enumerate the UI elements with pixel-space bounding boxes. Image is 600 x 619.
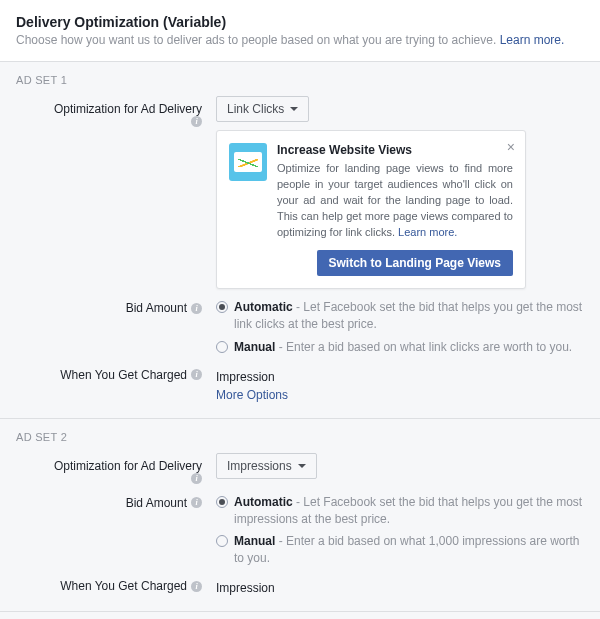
panel-title: Delivery Optimization (Variable) — [16, 14, 584, 30]
optimization-dropdown[interactable]: Impressions — [216, 453, 317, 479]
panel-header: Delivery Optimization (Variable) Choose … — [0, 0, 600, 62]
info-icon[interactable]: i — [191, 581, 202, 592]
info-icon[interactable]: i — [191, 497, 202, 508]
chart-icon — [229, 143, 267, 181]
more-options-link[interactable]: More Options — [216, 388, 584, 402]
panel-subtitle: Choose how you want us to deliver ads to… — [16, 32, 584, 49]
callout-title: Increase Website Views — [277, 143, 513, 157]
callout-desc: Optimize for landing page views to find … — [277, 161, 513, 241]
bid-automatic-radio[interactable] — [216, 496, 228, 508]
info-icon[interactable]: i — [191, 473, 202, 484]
learn-more-link[interactable]: Learn more. — [500, 33, 565, 47]
info-icon[interactable]: i — [191, 303, 202, 314]
optimization-dropdown[interactable]: Link Clicks — [216, 96, 309, 122]
charged-value: Impression — [216, 368, 584, 384]
chevron-down-icon — [298, 464, 306, 468]
bid-amount-label: Bid Amount i — [126, 496, 202, 510]
bid-amount-label: Bid Amount i — [126, 301, 202, 315]
adset-1: AD SET 1 Optimization for Ad Delivery i … — [0, 62, 600, 419]
when-charged-label: When You Get Charged i — [60, 368, 202, 382]
adset-1-title: AD SET 1 — [16, 74, 584, 86]
close-icon[interactable]: × — [507, 139, 515, 155]
bid-automatic-radio[interactable] — [216, 301, 228, 313]
optimization-label: Optimization for Ad Delivery — [54, 459, 202, 473]
info-icon[interactable]: i — [191, 369, 202, 380]
bid-manual-radio[interactable] — [216, 535, 228, 547]
bid-manual-text: Manual - Enter a bid based on what 1,000… — [234, 533, 584, 567]
optimization-label: Optimization for Ad Delivery — [54, 102, 202, 116]
bid-automatic-text: Automatic - Let Facebook set the bid tha… — [234, 299, 584, 333]
when-charged-label: When You Get Charged i — [60, 579, 202, 593]
chevron-down-icon — [290, 107, 298, 111]
adset-2-title: AD SET 2 — [16, 431, 584, 443]
callout-increase-views: × Increase Website Views Optimize for la… — [216, 130, 526, 290]
info-icon[interactable]: i — [191, 116, 202, 127]
adset-2: AD SET 2 Optimization for Ad Delivery i … — [0, 419, 600, 612]
callout-learn-more[interactable]: Learn more. — [398, 226, 457, 238]
switch-landing-page-views-button[interactable]: Switch to Landing Page Views — [317, 250, 513, 276]
bid-manual-radio[interactable] — [216, 341, 228, 353]
charged-value: Impression — [216, 579, 584, 595]
bid-automatic-text: Automatic - Let Facebook set the bid tha… — [234, 494, 584, 528]
bid-manual-text: Manual - Enter a bid based on what link … — [234, 339, 572, 356]
